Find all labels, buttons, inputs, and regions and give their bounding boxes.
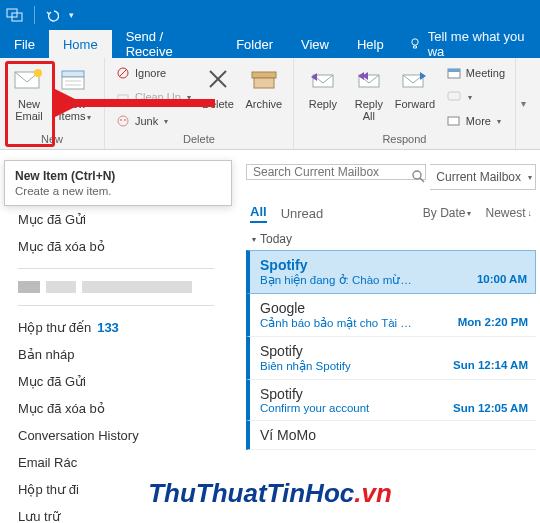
divider [34,6,35,24]
search-scope-dropdown[interactable]: Current Mailbox▾ [430,164,536,190]
junk-button[interactable]: Junk▾ [111,110,195,132]
tab-view[interactable]: View [287,30,343,58]
svg-line-10 [119,69,127,77]
chevron-down-icon: ▾ [467,209,471,218]
tell-me-search[interactable]: Tell me what you wa [398,30,540,58]
new-items-button[interactable]: NewItems▾ [52,60,98,123]
tab-file[interactable]: File [0,30,49,58]
tab-home[interactable]: Home [49,30,112,58]
forward-button[interactable]: Forward [392,60,438,110]
message-filter-bar: All Unread By Date ▾ Newest ↓ [246,200,536,226]
reply-all-icon [355,64,383,96]
filter-all[interactable]: All [250,204,267,223]
svg-point-2 [412,39,418,45]
tell-me-label: Tell me what you wa [428,29,536,59]
new-items-label2: Items [59,110,86,122]
lightbulb-icon [408,37,422,51]
group-label-new: New [6,133,98,149]
ignore-icon [115,65,131,81]
qat-customize-icon[interactable]: ▾ [69,10,74,20]
message-subject: Cảnh báo bảo mật cho Tài … [260,316,452,330]
filter-unread[interactable]: Unread [281,206,324,221]
junk-icon [115,113,131,129]
chevron-down-icon: ▾ [528,173,532,182]
message-time: Sun 12:14 AM [453,359,528,373]
nav-deleted2[interactable]: Mục đã xóa bỏ [18,395,214,422]
group-respond: Reply ReplyAll Forward Meeting ▾ More▾ R… [294,58,516,149]
nav-inbox[interactable]: Hộp thư đến133 [18,314,214,341]
message-time: Sun 12:05 AM [453,402,528,414]
svg-rect-23 [448,69,460,72]
meeting-icon [446,65,462,81]
search-input[interactable] [246,164,426,180]
nav-sent[interactable]: Mục đã Gửi [18,206,214,233]
tab-folder[interactable]: Folder [222,30,287,58]
tooltip-desc: Create a new item. [15,185,221,197]
new-email-label1: New [18,98,40,110]
inbox-count: 133 [97,320,119,335]
new-email-icon [14,64,44,96]
message-subject: Bạn hiện đang ở: Chào mừ… [260,273,471,287]
group-label-delete: Delete [111,133,287,149]
group-collapsed: ▾ [516,58,530,149]
message-item[interactable]: Spotify Biên nhận SpotifySun 12:14 AM [246,337,536,380]
sort-newest[interactable]: Newest ↓ [485,206,532,220]
nav-junk[interactable]: Email Rác [18,449,214,476]
more-icon [446,113,462,129]
nav-deleted[interactable]: Mục đã xóa bỏ [18,233,214,260]
nav-drafts[interactable]: Bản nháp [18,341,214,368]
new-email-button[interactable]: NewEmail [6,60,52,122]
app-icon [6,6,24,24]
svg-rect-24 [448,92,460,100]
nav-conversation-history[interactable]: Conversation History [18,422,214,449]
svg-point-14 [124,119,126,121]
search-icon[interactable] [410,168,426,187]
message-from: Spotify [260,386,528,402]
nav-outbox[interactable]: Hộp thư đi [18,476,214,503]
meeting-button[interactable]: Meeting [442,62,509,84]
svg-rect-5 [62,71,84,77]
message-subject: Confirm your account [260,402,447,414]
forward-icon [401,64,429,96]
more-button[interactable]: More▾ [442,110,509,132]
message-from: Spotify [260,343,528,359]
svg-rect-17 [252,72,276,78]
reply-button[interactable]: Reply [300,60,346,110]
message-list: ▾Today Spotify Bạn hiện đang ở: Chào mừ…… [246,228,536,523]
reply-all-button[interactable]: ReplyAll [346,60,392,122]
message-item[interactable]: Google Cảnh báo bảo mật cho Tài …Mon 2:2… [246,294,536,337]
delete-button[interactable]: Delete [195,60,241,110]
svg-point-4 [34,69,42,77]
new-items-label1: New [64,98,86,110]
message-from: Spotify [260,257,527,273]
tooltip-title: New Item (Ctrl+N) [15,169,221,183]
message-from: Ví MoMo [260,427,528,443]
date-group-today[interactable]: ▾Today [246,228,536,250]
im-button[interactable]: ▾ [442,86,509,108]
collapse-ribbon-icon[interactable]: ▾ [521,98,526,109]
tooltip: New Item (Ctrl+N) Create a new item. [4,160,232,206]
archive-icon [250,64,278,96]
ignore-button[interactable]: Ignore [111,62,195,84]
archive-button[interactable]: Archive [241,60,287,110]
svg-point-13 [120,119,122,121]
tab-send-receive[interactable]: Send / Receive [112,30,223,58]
sort-by-date[interactable]: By Date ▾ [423,206,472,220]
message-item[interactable]: Ví MoMo [246,421,536,450]
undo-icon[interactable] [45,8,59,22]
ribbon-tabs: File Home Send / Receive Folder View Hel… [0,30,540,58]
svg-point-12 [118,116,128,126]
reply-icon [309,64,337,96]
nav-sent2[interactable]: Mục đã Gửi [18,368,214,395]
im-icon [446,89,462,105]
message-item[interactable]: Spotify Bạn hiện đang ở: Chào mừ…10:00 A… [246,250,536,294]
arrow-down-icon: ↓ [528,208,533,218]
cleanup-button[interactable]: Clean Up▾ [111,86,195,108]
message-item[interactable]: Spotify Confirm your accountSun 12:05 AM [246,380,536,421]
group-label-respond: Respond [300,133,509,149]
tab-help[interactable]: Help [343,30,398,58]
svg-point-27 [413,171,421,179]
nav-archive[interactable]: Lưu trữ [18,503,214,523]
nav-account-header[interactable] [18,277,214,297]
new-items-icon [60,64,90,96]
